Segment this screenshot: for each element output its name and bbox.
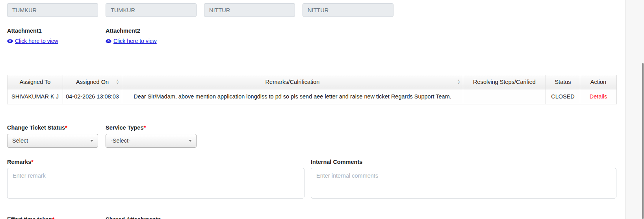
district-field-1[interactable]: [7, 3, 98, 17]
required-marker: *: [65, 124, 67, 131]
location-fields-row: [7, 3, 616, 17]
eye-icon: [7, 39, 13, 43]
chevron-down-icon: [90, 140, 93, 142]
details-link[interactable]: Details: [590, 93, 607, 100]
required-marker: *: [143, 124, 146, 131]
service-types-label: Service Types*: [106, 124, 204, 131]
table-row: SHIVAKUMAR K J 04-02-2026 13:08:03 Dear …: [7, 89, 617, 104]
required-marker: *: [52, 216, 54, 219]
col-header-resolving-steps: Resolving Steps/Carified: [463, 75, 546, 89]
attachment1-view-link[interactable]: Click here to view: [7, 38, 58, 44]
service-types-value: -Select-: [111, 137, 130, 144]
ticket-details-page: Attachment1 Click here to view Attachmen…: [0, 0, 644, 219]
attachment1-block: Attachment1 Click here to view: [7, 28, 106, 45]
select-labels-row: Change Ticket Status* Service Types*: [7, 124, 616, 131]
cell-resolving-steps: [463, 89, 546, 104]
attachment2-view-link[interactable]: Click here to view: [106, 38, 157, 44]
remarks-textarea[interactable]: [7, 168, 304, 199]
sort-icon[interactable]: ˄˅: [117, 80, 119, 84]
change-ticket-status-select[interactable]: Select: [7, 134, 98, 148]
col-header-assigned-to: Assigned To: [7, 75, 63, 89]
col-header-assigned-on[interactable]: Assigned On ˄˅: [63, 75, 122, 89]
col-header-remarks[interactable]: Remarks/Calrification ˄˅: [122, 75, 463, 89]
sort-icon[interactable]: ˄˅: [458, 80, 460, 84]
chevron-down-icon: [189, 140, 192, 142]
change-ticket-status-label: Change Ticket Status*: [7, 124, 106, 131]
vertical-scrollbar[interactable]: [642, 63, 644, 219]
textareas-row: [7, 168, 616, 199]
attachment2-link-label: Click here to view: [113, 38, 157, 44]
change-ticket-status-value: Select: [12, 137, 28, 144]
attachment1-label: Attachment1: [7, 28, 106, 34]
remarks-label: Remarks*: [7, 159, 311, 165]
cell-assigned-to: SHIVAKUMAR K J: [7, 89, 63, 104]
service-types-select[interactable]: -Select-: [106, 134, 197, 148]
main-content: Attachment1 Click here to view Attachmen…: [7, 0, 616, 219]
attachment2-label: Attachment2: [106, 28, 204, 34]
textarea-labels-row: Remarks* Internal Comments: [7, 159, 616, 165]
bottom-labels-row: Effort time taken* Shared Attachments: [7, 216, 616, 219]
selects-row: Select -Select-: [7, 134, 616, 148]
village-field-2[interactable]: [303, 3, 393, 17]
col-header-status: Status: [546, 75, 580, 89]
cell-assigned-on: 04-02-2026 13:08:03: [63, 89, 122, 104]
page-gutter: [625, 0, 644, 219]
table-header-row: Assigned To Assigned On ˄˅ Remarks/Calri…: [7, 75, 617, 89]
cell-remarks: Dear Sir/Madam, above mention applicatio…: [122, 89, 463, 104]
eye-icon: [106, 39, 111, 43]
internal-comments-label: Internal Comments: [311, 159, 362, 165]
cell-status: CLOSED: [546, 89, 580, 104]
ticket-history-table: Assigned To Assigned On ˄˅ Remarks/Calri…: [7, 75, 617, 104]
col-header-action: Action: [580, 75, 617, 89]
village-field-1[interactable]: [204, 3, 295, 17]
attachment2-block: Attachment2 Click here to view: [106, 28, 204, 45]
internal-comments-textarea[interactable]: [311, 168, 616, 199]
attachment1-link-label: Click here to view: [15, 38, 58, 44]
effort-time-taken-label: Effort time taken*: [7, 216, 106, 219]
required-marker: *: [31, 159, 33, 165]
attachments-row: Attachment1 Click here to view Attachmen…: [7, 28, 616, 45]
shared-attachments-label: Shared Attachments: [106, 216, 204, 219]
district-field-2[interactable]: [106, 3, 197, 17]
